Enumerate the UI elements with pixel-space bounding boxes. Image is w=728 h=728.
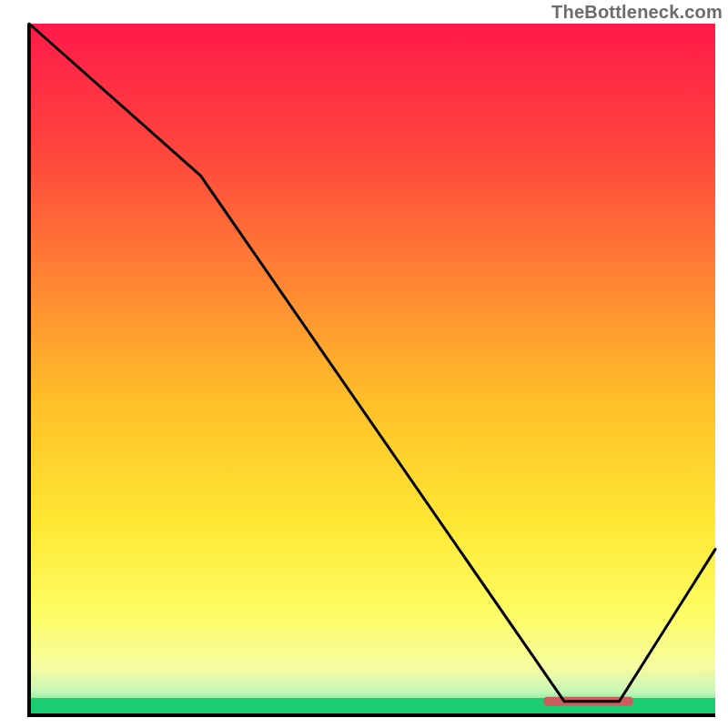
plot-background: [29, 24, 715, 715]
attribution-text: TheBottleneck.com: [551, 2, 723, 23]
bottleneck-chart: [0, 0, 728, 728]
